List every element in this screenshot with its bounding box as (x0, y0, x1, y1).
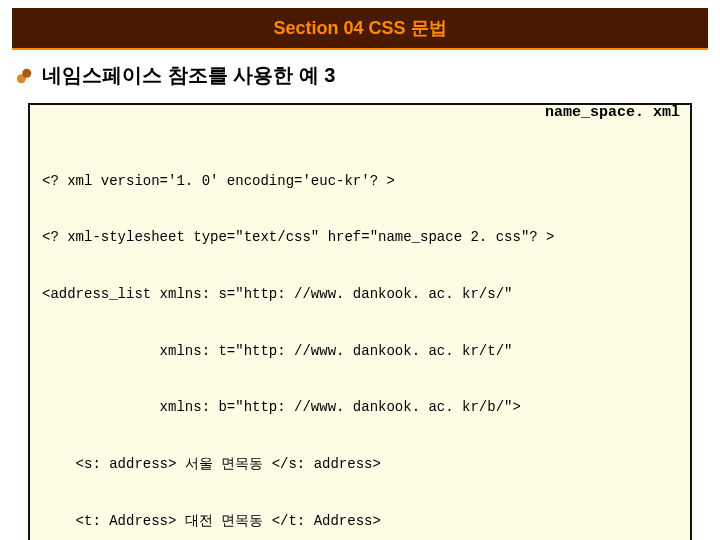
xml-code-box: name_space. xml <? xml version='1. 0' en… (28, 103, 692, 540)
xml-code-line: xmlns: b="http: //www. dankook. ac. kr/b… (42, 398, 678, 417)
heading-row: 네임스페이스 참조를 사용한 예 3 (0, 50, 720, 97)
svg-point-1 (22, 68, 31, 77)
xml-filename-label: name_space. xml (545, 103, 680, 123)
xml-code-line: <s: address> 서울 면목동 </s: address> (42, 455, 678, 474)
section-banner: Section 04 CSS 문법 (12, 8, 708, 50)
xml-code-line: <t: Address> 대전 면목동 </t: Address> (42, 512, 678, 531)
xml-code-line: <address_list xmlns: s="http: //www. dan… (42, 285, 678, 304)
page-heading: 네임스페이스 참조를 사용한 예 3 (42, 62, 335, 89)
xml-code-line: xmlns: t="http: //www. dankook. ac. kr/t… (42, 342, 678, 361)
section-title: Section 04 CSS 문법 (273, 18, 446, 38)
xml-code-line: <? xml-stylesheet type="text/css" href="… (42, 228, 678, 247)
xml-code-line: <? xml version='1. 0' encoding='euc-kr'?… (42, 172, 678, 191)
bullet-icon (16, 67, 34, 85)
